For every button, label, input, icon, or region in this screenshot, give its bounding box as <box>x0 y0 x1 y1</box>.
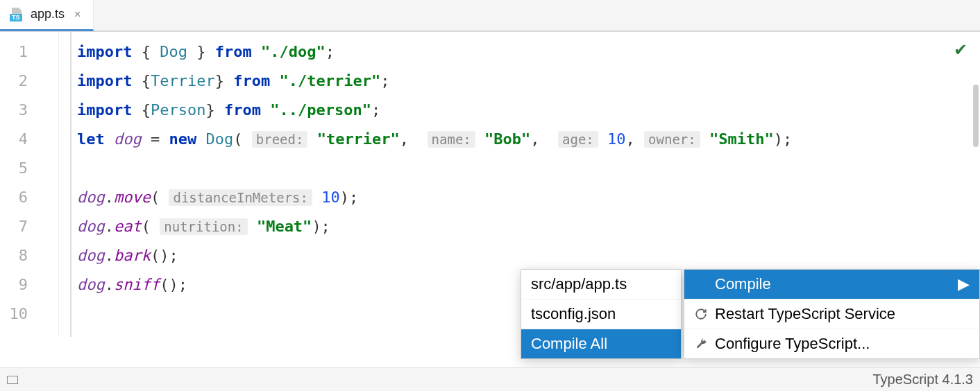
tab-bar: TS app.ts × <box>0 0 980 32</box>
menu-item-compile-all[interactable]: Compile All <box>521 329 681 358</box>
typescript-file-icon: TS <box>10 8 24 21</box>
menu-item-label: tsconfig.json <box>531 305 616 323</box>
parameter-hint: nutrition: <box>160 218 247 235</box>
string-literal: "Smith" <box>709 130 774 148</box>
menu-item-configure[interactable]: Configure TypeScript... <box>684 329 979 358</box>
parameter-hint: name: <box>428 131 475 148</box>
parameter-hint: distanceInMeters: <box>169 189 312 206</box>
identifier: Terrier <box>151 72 215 89</box>
string-literal: "./terrier" <box>279 72 380 89</box>
submenu-arrow-icon: ▶ <box>958 275 970 293</box>
menu-item-compile[interactable]: Compile ▶ <box>684 270 979 299</box>
menu-item-label: src/app/app.ts <box>531 275 627 293</box>
variable: dog <box>77 247 105 264</box>
menu-item-label: Compile All <box>531 335 607 353</box>
status-left[interactable] <box>7 376 18 384</box>
line-number: 1 <box>0 37 58 67</box>
code-line[interactable]: import {Person} from "../person"; <box>77 96 792 125</box>
number-literal: 10 <box>607 130 626 148</box>
number-literal: 10 <box>321 189 340 206</box>
string-literal: "Bob" <box>484 130 530 148</box>
status-bar: TypeScript 4.1.3 <box>0 367 980 391</box>
keyword: import <box>77 72 132 89</box>
code-line[interactable]: import {Terrier} from "./terrier"; <box>77 67 792 96</box>
method-call: move <box>114 189 151 206</box>
menu-item-label: Restart TypeScript Service <box>715 305 895 323</box>
parameter-hint: age: <box>558 131 598 148</box>
keyword: let <box>77 130 105 148</box>
variable: dog <box>77 218 105 235</box>
string-literal: "./dog" <box>261 43 326 60</box>
code-line[interactable]: dog.bark(); <box>77 241 792 270</box>
string-literal: "../person" <box>270 101 371 119</box>
line-number: 2 <box>0 67 58 96</box>
identifier: Person <box>151 101 205 119</box>
code-line[interactable]: dog.eat( nutrition: "Meat"); <box>77 212 792 241</box>
code-line[interactable]: dog.move( distanceInMeters: 10); <box>77 183 792 212</box>
code-line[interactable] <box>77 154 792 183</box>
variable: dog <box>114 130 142 148</box>
parameter-hint: owner: <box>644 131 700 148</box>
line-number: 6 <box>0 183 58 212</box>
parameter-hint: breed: <box>252 131 308 148</box>
line-number: 10 <box>0 299 58 329</box>
restart-icon <box>694 307 708 321</box>
variable: dog <box>77 189 105 206</box>
line-number: 8 <box>0 241 58 270</box>
line-number: 4 <box>0 125 58 154</box>
line-number: 9 <box>0 270 58 299</box>
line-number: 7 <box>0 212 58 241</box>
keyword: from <box>233 72 270 89</box>
line-number: 5 <box>0 154 58 183</box>
menu-item-compile-file[interactable]: src/app/app.ts <box>521 270 681 299</box>
method-call: eat <box>114 218 142 235</box>
tab-filename: app.ts <box>31 7 65 21</box>
menu-item-restart-service[interactable]: Restart TypeScript Service <box>684 299 979 329</box>
variable: dog <box>77 276 105 293</box>
close-icon[interactable]: × <box>71 7 83 22</box>
keyword: from <box>224 101 261 119</box>
keyword: import <box>77 101 132 119</box>
code-line[interactable]: import { Dog } from "./dog"; <box>77 37 792 67</box>
typescript-version-widget[interactable]: TypeScript 4.1.3 <box>872 372 973 388</box>
menu-item-compile-tsconfig[interactable]: tsconfig.json <box>521 299 681 329</box>
method-call: bark <box>114 247 151 264</box>
scrollbar-thumb[interactable] <box>973 85 979 147</box>
typescript-context-menu: Compile ▶ Restart TypeScript Service Con… <box>684 269 980 359</box>
method-call: sniff <box>114 276 160 293</box>
string-literal: "terrier" <box>317 130 400 148</box>
keyword: from <box>215 43 252 60</box>
class-name: Dog <box>206 130 234 148</box>
menu-item-label: Configure TypeScript... <box>715 335 870 353</box>
editor-tab[interactable]: TS app.ts × <box>0 0 94 31</box>
wrench-icon <box>694 337 708 351</box>
string-literal: "Meat" <box>257 218 312 235</box>
keyword: new <box>169 130 197 148</box>
tool-window-icon <box>7 376 18 384</box>
compile-submenu: src/app/app.ts tsconfig.json Compile All <box>521 269 682 359</box>
line-number-gutter: 1 2 3 4 5 6 7 8 9 10 <box>0 32 59 337</box>
keyword: import <box>77 43 132 60</box>
code-line[interactable]: let dog = new Dog( breed: "terrier", nam… <box>77 125 792 154</box>
line-number: 3 <box>0 96 58 125</box>
menu-item-label: Compile <box>715 275 771 293</box>
inspection-ok-icon[interactable]: ✔ <box>954 40 968 60</box>
identifier: Dog <box>160 43 187 60</box>
